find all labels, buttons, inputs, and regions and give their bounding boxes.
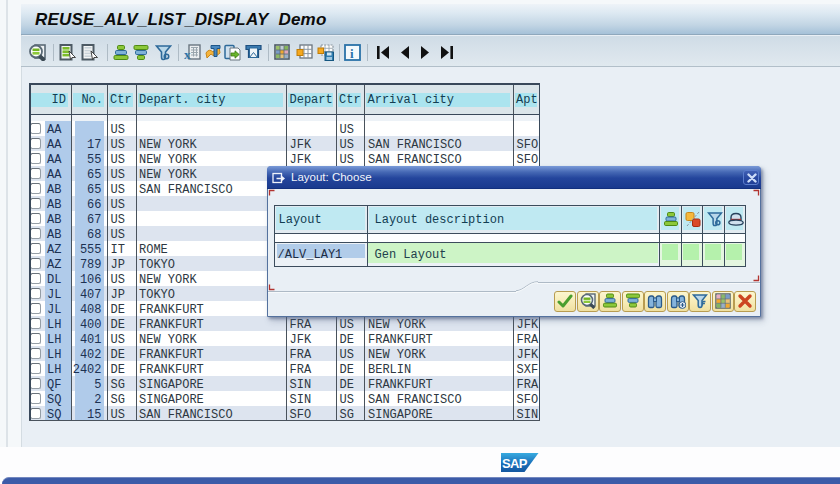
svg-text:x: x [184, 47, 191, 61]
svg-text:i: i [350, 46, 354, 61]
svg-text:SAP: SAP [502, 456, 528, 471]
